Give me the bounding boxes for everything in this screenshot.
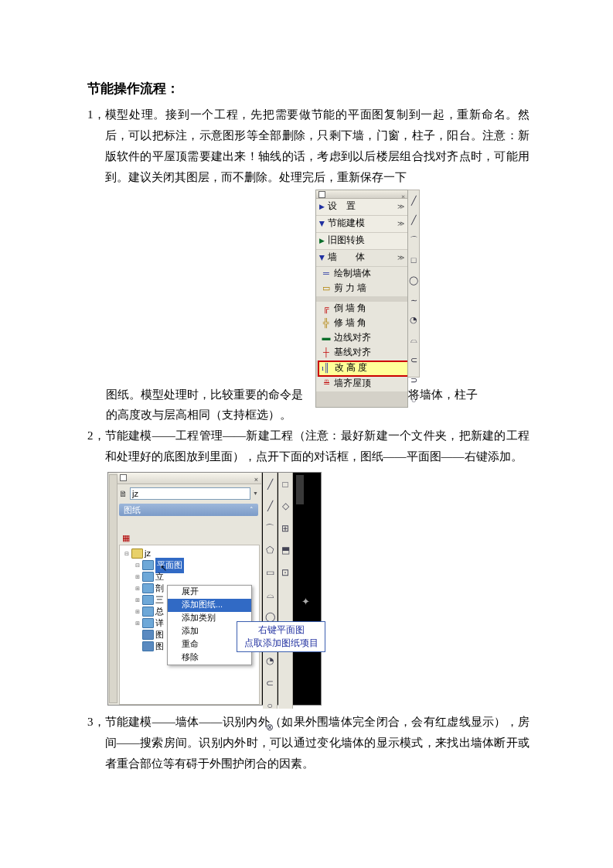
tool-icon[interactable]: ◇ bbox=[282, 498, 289, 515]
figure-2-region: × 🗎 ▼ 图纸 ˄ ▦ ⊟ jz ⊟ bbox=[107, 472, 322, 706]
baseline-icon: ┼ bbox=[321, 345, 332, 361]
tool-icon[interactable]: ▭ bbox=[266, 565, 274, 582]
expand-icon[interactable]: ⊟ bbox=[123, 549, 130, 559]
submenu-corner[interactable]: ╔ 倒 墙 角 bbox=[316, 302, 407, 316]
tool-icon[interactable]: ⬠ bbox=[266, 542, 274, 559]
callout-line-2: 点取添加图纸项目 bbox=[238, 637, 324, 650]
folder-icon bbox=[131, 548, 143, 559]
annotation-callout: 右键平面图 点取添加图纸项目 bbox=[237, 621, 325, 652]
menu-label: 节能建模 bbox=[328, 215, 365, 232]
submenu-label: 剪 力 墙 bbox=[334, 280, 366, 297]
filename-input[interactable] bbox=[130, 487, 250, 500]
drawing-icon bbox=[142, 583, 154, 593]
menu-item-convert[interactable]: ▶ 旧图转换 bbox=[316, 233, 407, 250]
tool-icon[interactable]: ⊂ bbox=[410, 353, 417, 368]
drawing-icon bbox=[142, 595, 154, 605]
align-icon: ▬ bbox=[321, 330, 332, 346]
tool-icon[interactable]: ◯ bbox=[409, 273, 418, 289]
shear-icon: ▭ bbox=[321, 281, 332, 296]
context-remove[interactable]: 移除 bbox=[168, 651, 251, 665]
tool-icon[interactable]: ⌒ bbox=[410, 233, 418, 248]
context-add-drawing[interactable]: 添加图纸... bbox=[168, 599, 251, 612]
toolbar-3: □ ◇ ⊞ ⬒ ⊡ bbox=[278, 473, 293, 709]
close-icon[interactable]: × bbox=[254, 473, 258, 486]
step-1-text: 模型处理。接到一个工程，先把需要做节能的平面图复制到一起，重新命名。然后，可以把… bbox=[105, 104, 530, 188]
tool-icon[interactable]: □ bbox=[282, 477, 288, 494]
left-tab-strip bbox=[109, 474, 117, 703]
tool-icon[interactable]: ⊗ bbox=[266, 719, 274, 736]
menu-item-model[interactable]: ▶ 节能建模 ≫ bbox=[316, 216, 407, 233]
collapse-icon[interactable] bbox=[120, 474, 127, 481]
menu-label: 移除 bbox=[182, 650, 199, 665]
menu-panel: × ▶ 设 置 ≫ ▶ 节能建模 ≫ ▶ 旧图转换 ▶ 墙 体 ≫ bbox=[315, 190, 408, 408]
menu-label: 设 置 bbox=[328, 198, 356, 215]
step-2: 2， 节能建模——工程管理——新建工程（注意：最好新建一个文件夹，把新建的工程和… bbox=[87, 425, 530, 467]
step-1-tail-b: 将墙体，柱子 bbox=[408, 384, 478, 405]
tool-icon[interactable]: ○ bbox=[411, 393, 417, 408]
tree-tool-icon[interactable]: ▦ bbox=[122, 531, 130, 546]
tool-icon[interactable]: ╱ bbox=[411, 213, 417, 228]
submenu-draw-wall[interactable]: ═ 绘制墙体 bbox=[316, 267, 407, 282]
tool-icon[interactable]: ◔ bbox=[266, 653, 274, 670]
context-expand[interactable]: 展开 bbox=[168, 586, 251, 599]
line-icon: ═ bbox=[321, 266, 332, 282]
tool-icon[interactable]: ⊞ bbox=[281, 521, 289, 538]
tree-root[interactable]: ⊟ jz bbox=[120, 548, 259, 559]
drawing-icon bbox=[142, 560, 154, 570]
panel-label: 图纸 bbox=[124, 503, 141, 518]
expand-icon[interactable]: ⊟ bbox=[134, 561, 141, 571]
tool-icon[interactable]: ⊂ bbox=[266, 675, 274, 692]
drawings-panel-header[interactable]: 图纸 ˄ bbox=[119, 504, 258, 516]
step-2-text: 节能建模——工程管理——新建工程（注意：最好新建一个文件夹，把新建的工程和处理好… bbox=[105, 425, 530, 467]
tool-icon[interactable]: ◔ bbox=[410, 313, 417, 328]
cursor-icon: ↖ bbox=[160, 561, 167, 576]
tool-icon[interactable]: ⊃ bbox=[410, 373, 417, 388]
step-3-number: 3， bbox=[87, 712, 105, 774]
drawing-icon bbox=[142, 630, 154, 640]
dropdown-icon[interactable]: ▼ bbox=[253, 489, 258, 499]
step-1-tail-a: 图纸。模型处理时，比较重要的命令是 bbox=[106, 384, 303, 405]
submenu-edge-align[interactable]: ▬ 边线对齐 bbox=[316, 331, 407, 346]
tool-icon[interactable]: ⌒ bbox=[265, 521, 274, 538]
submenu-repair-corner[interactable]: ╬ 修 墙 角 bbox=[316, 316, 407, 331]
collapse-icon[interactable] bbox=[318, 191, 325, 198]
roof-icon: ≞ bbox=[321, 376, 332, 391]
tool-icon[interactable]: ○ bbox=[267, 698, 272, 715]
height-icon: ı║ bbox=[322, 361, 332, 376]
tool-icon[interactable]: ∼ bbox=[410, 293, 417, 309]
menu-item-wall[interactable]: ▶ 墙 体 ≫ bbox=[316, 250, 407, 267]
tool-icon[interactable]: ╱ bbox=[411, 193, 417, 209]
tool-icon[interactable]: · bbox=[268, 742, 271, 759]
tree-toolbar: ▦ bbox=[119, 531, 261, 544]
chevron-icon: ≫ bbox=[397, 217, 404, 230]
submenu-shear-wall[interactable]: ▭ 剪 力 墙 bbox=[316, 282, 407, 296]
menu-item-settings[interactable]: ▶ 设 置 ≫ bbox=[316, 199, 407, 216]
step-1: 1， 模型处理。接到一个工程，先把需要做节能的平面图复制到一起，重新命名。然后，… bbox=[87, 104, 530, 188]
tool-icon[interactable]: □ bbox=[411, 253, 417, 268]
doc-title: 节能操作流程： bbox=[87, 77, 530, 101]
submenu-change-height[interactable]: ı║ 改 高 度 bbox=[318, 361, 407, 377]
step-3: 3， 节能建模——墙体——识别内外（如果外围墙体完全闭合，会有红虚线显示），房间… bbox=[87, 712, 530, 774]
tool-icon[interactable]: ╱ bbox=[267, 477, 273, 494]
tool-icon[interactable]: ╱ bbox=[267, 498, 273, 515]
arrow-icon: ▶ bbox=[319, 234, 325, 247]
arrow-icon: ▶ bbox=[319, 200, 325, 213]
tool-icon[interactable]: ⬒ bbox=[281, 542, 290, 559]
viewport[interactable]: ✦ bbox=[294, 473, 321, 705]
tool-icon[interactable]: ⌓ bbox=[410, 333, 417, 348]
tree-node[interactable]: ⊞立 bbox=[120, 571, 259, 583]
tool-icon[interactable]: ⊡ bbox=[281, 565, 289, 582]
tree-node-plan[interactable]: ⊟ 平面图 ↖ bbox=[120, 559, 259, 571]
filename-row: 🗎 ▼ bbox=[119, 487, 258, 502]
crosshair-icon: ✦ bbox=[301, 593, 310, 610]
submenu-wall-roof[interactable]: ≞ 墙齐屋顶 bbox=[316, 377, 407, 391]
tool-icon[interactable]: ⌓ bbox=[267, 587, 274, 604]
repair-icon: ╬ bbox=[321, 316, 332, 331]
submenu-base-align[interactable]: ┼ 基线对齐 bbox=[316, 346, 407, 361]
menu-label: 旧图转换 bbox=[328, 232, 365, 249]
chevron-up-icon: ˄ bbox=[250, 504, 254, 516]
callout-line-1: 右键平面图 bbox=[238, 624, 324, 637]
viewport-tab bbox=[296, 475, 304, 504]
panel-header: × bbox=[316, 190, 407, 199]
close-icon[interactable]: × bbox=[401, 190, 405, 203]
